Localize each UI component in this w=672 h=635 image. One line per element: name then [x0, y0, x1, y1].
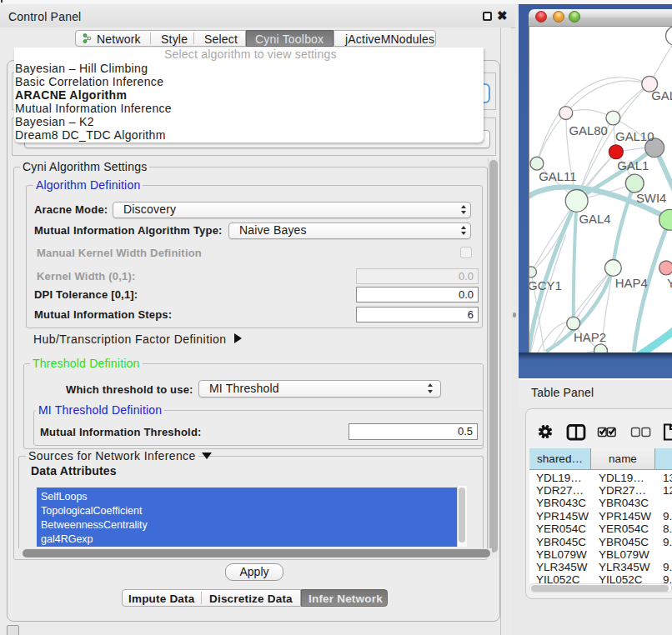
svg-text:YM: YM — [667, 277, 672, 290]
svg-text:GCY1: GCY1 — [529, 279, 562, 292]
svg-text:GAL80: GAL80 — [569, 124, 607, 138]
svg-text:HAP4: HAP4 — [615, 277, 648, 290]
svg-text:GAL4: GAL4 — [579, 212, 610, 226]
svg-text:GAL10: GAL10 — [615, 130, 654, 143]
svg-text:HAP2: HAP2 — [574, 331, 606, 344]
svg-text:SWI4: SWI4 — [636, 192, 666, 205]
svg-text:GAL2: GAL2 — [651, 89, 672, 102]
svg-text:GAL1: GAL1 — [617, 159, 649, 172]
svg-text:GAL11: GAL11 — [539, 170, 576, 183]
